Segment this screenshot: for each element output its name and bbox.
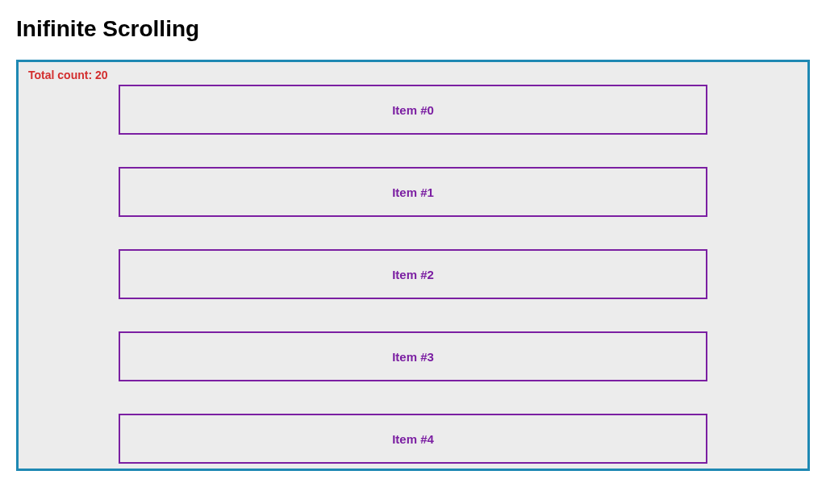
total-count-label: Total count: 20 (28, 69, 798, 81)
scroll-container[interactable]: Total count: 20 Item #0Item #1Item #2Ite… (16, 60, 810, 471)
list-item: Item #0 (119, 85, 707, 135)
list-item: Item #2 (119, 249, 707, 299)
page-title: Inifinite Scrolling (16, 16, 810, 42)
list-item: Item #1 (119, 167, 707, 217)
items-wrapper: Item #0Item #1Item #2Item #3Item #4Item … (28, 85, 798, 471)
list-item: Item #3 (119, 331, 707, 381)
list-item: Item #4 (119, 414, 707, 464)
